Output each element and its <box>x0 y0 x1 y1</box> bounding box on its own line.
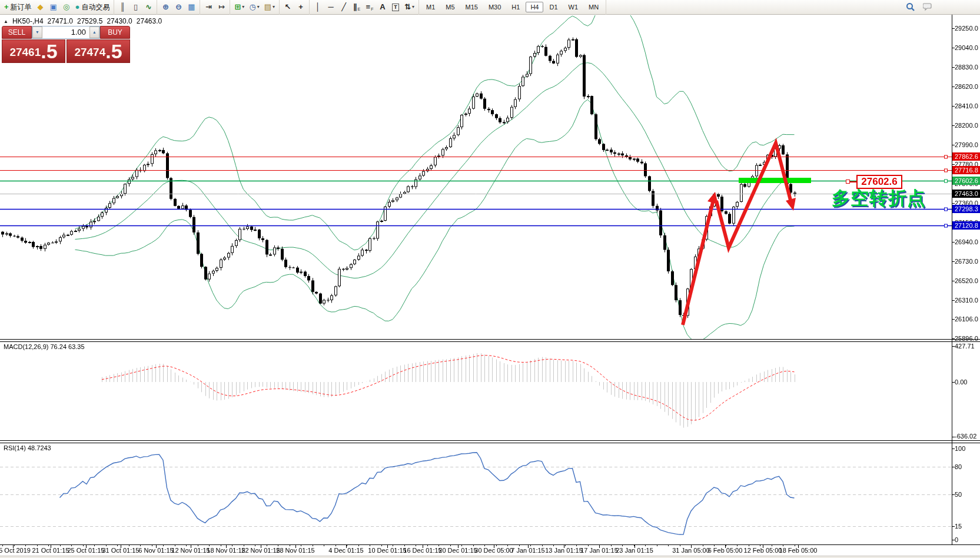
rsi-tick-label: 100 <box>955 445 965 452</box>
panel-collapse-icon[interactable]: ▲ <box>4 19 8 24</box>
auto-scroll-icon[interactable]: ⇥ <box>202 1 214 13</box>
ohlc-high: 27529.5 <box>77 17 102 25</box>
templates-icon[interactable]: ▤▾ <box>263 1 277 13</box>
price-callout-connector <box>850 181 856 182</box>
new-order-icon[interactable]: +新订单 <box>2 1 34 13</box>
date-tick-label: 31 Oct 01:15 <box>102 547 139 554</box>
support-line-label: 27298.3 <box>952 205 980 213</box>
timeframe-h4[interactable]: H4 <box>526 2 543 12</box>
price-tick-label: 26310.0 <box>955 297 978 304</box>
turning-zone-bar[interactable] <box>739 178 811 183</box>
buy-price-main: 27474 <box>74 44 105 61</box>
timeframe-mn[interactable]: MN <box>584 2 603 12</box>
toolbar-group: ⊕⊖▦ <box>157 0 200 15</box>
chevron-down-icon: ▾ <box>242 2 244 12</box>
candlestick-chart-icon[interactable]: ▯ <box>129 1 141 13</box>
buy-price-button[interactable]: 27474 .5 <box>67 39 130 63</box>
price-callout-handle[interactable] <box>846 180 850 184</box>
cursor-icon[interactable]: ↖ <box>282 1 294 13</box>
search-icon[interactable] <box>905 1 916 13</box>
panel-separator-macd[interactable] <box>0 339 980 342</box>
line-chart-icon[interactable]: ∿ <box>142 1 154 13</box>
fibonacci-icon[interactable]: ≡F <box>364 1 376 13</box>
sell-button[interactable]: SELL <box>2 26 32 39</box>
bar-chart-icon[interactable]: ║ <box>117 1 128 13</box>
ohlc-open: 27471.0 <box>48 17 73 25</box>
price-tick-label: 28410.0 <box>955 102 978 109</box>
trendline-icon[interactable]: ╱ <box>338 1 350 13</box>
timeframe-m1[interactable]: M1 <box>421 2 440 12</box>
charts-window-icon[interactable]: ▣ <box>48 1 59 13</box>
price-axis-line <box>952 15 952 544</box>
chevron-down-icon: ▾ <box>412 2 414 12</box>
date-tick-label: 25 Oct 01:15 <box>68 547 105 554</box>
chevron-down-icon: ▾ <box>273 2 275 12</box>
one-click-trade-panel: SELL ▼ 1.00 ▲ BUY 27461 .5 27474 .5 <box>2 26 130 63</box>
date-tick-label: 17 Jan 01:15 <box>580 547 618 554</box>
date-tick-label: 15 Oct 2019 <box>0 547 31 554</box>
panel-separator-rsi[interactable] <box>0 440 980 443</box>
horizontal-line-icon[interactable]: ─ <box>325 1 337 13</box>
timeframe-m15[interactable]: M15 <box>461 2 483 12</box>
market-icon[interactable]: ◆ <box>35 1 46 13</box>
terminal-window: +新订单◆▣◎●自动交易║▯∿⊕⊖▦⇥↦⊞▾◷▾▤▾↖+│─╱∥E≡FAT⇅▾ … <box>0 0 980 558</box>
signal-icon[interactable]: ◎ <box>61 1 72 13</box>
symbol-period-label: HK50-,H4 <box>12 17 44 25</box>
new-order-label: 新订单 <box>11 2 32 12</box>
zoom-in-icon[interactable]: ⊕ <box>160 1 171 13</box>
rsi-tick-label: 0 <box>955 536 958 543</box>
volume-increase-button[interactable]: ▲ <box>89 26 99 38</box>
autotrade-icon[interactable]: ●自动交易 <box>74 1 112 13</box>
chat-icon[interactable] <box>922 1 934 13</box>
macd-axis-bottom: -636.02 <box>955 433 976 440</box>
rsi-value: 48.7243 <box>28 444 51 451</box>
chart-shift-icon[interactable]: ↦ <box>215 1 227 13</box>
price-tick-label: 26106.0 <box>955 315 978 323</box>
date-tick-label: 4 Dec 01:15 <box>328 547 363 554</box>
vertical-line-icon[interactable]: │ <box>312 1 324 13</box>
toolbar-group: ⇥↦ <box>200 0 230 15</box>
buy-price-pip: .5 <box>105 41 122 61</box>
date-tick-label: 30 Dec 05:00 <box>474 547 513 554</box>
periods-icon[interactable]: ◷▾ <box>247 1 261 13</box>
date-tick-label: 31 Jan 05:00 <box>672 547 710 554</box>
price-tick-label: 26940.0 <box>955 238 978 245</box>
timeframe-bar: M1M5M15M30H1H4D1W1MN <box>419 0 606 15</box>
equidistant-channel-icon[interactable]: ∥E <box>351 1 363 13</box>
date-tick-label: 18 Feb 05:00 <box>779 547 818 554</box>
zoom-out-icon[interactable]: ⊖ <box>172 1 184 13</box>
timeframe-m30[interactable]: M30 <box>484 2 506 12</box>
date-tick-label: 20 Dec 01:15 <box>438 547 477 554</box>
volume-stepper: ▼ 1.00 ▲ <box>32 26 100 39</box>
volume-input[interactable]: 1.00 <box>42 26 89 38</box>
crosshair-icon[interactable]: + <box>295 1 307 13</box>
text-label-icon[interactable]: T <box>390 1 401 13</box>
macd-value-signal: 63.35 <box>68 343 85 350</box>
volume-decrease-button[interactable]: ▼ <box>32 26 42 38</box>
price-tick-label: 28830.0 <box>955 64 978 71</box>
price-chart-canvas[interactable] <box>0 0 980 558</box>
text-icon[interactable]: A <box>377 1 388 13</box>
toolbar-group: ↖+ <box>280 0 310 15</box>
date-tick-label: 6 Feb 05:00 <box>708 547 743 554</box>
price-tick-label: 26730.0 <box>955 258 978 265</box>
date-tick-label: 12 Nov 01:15 <box>171 547 210 554</box>
sell-price-button[interactable]: 27461 .5 <box>2 39 65 63</box>
indicators-icon[interactable]: ⊞▾ <box>232 1 246 13</box>
sell-price-pip: .5 <box>41 41 57 61</box>
timeframe-h1[interactable]: H1 <box>507 2 524 12</box>
tile-windows-icon[interactable]: ▦ <box>185 1 197 13</box>
macd-title: MACD(12,26,9) 76.24 63.35 <box>4 343 85 350</box>
turning-point-note[interactable]: 多空转折点 <box>832 186 926 211</box>
timeframe-w1[interactable]: W1 <box>564 2 583 12</box>
ohlc-low: 27430.0 <box>107 17 132 25</box>
timeframe-m5[interactable]: M5 <box>441 2 459 12</box>
arrows-icon[interactable]: ⇅▾ <box>403 1 416 13</box>
date-tick-label: 7 Jan 01:15 <box>511 547 545 554</box>
toolbar-groups: +新订单◆▣◎●自动交易║▯∿⊕⊖▦⇥↦⊞▾◷▾▤▾↖+│─╱∥E≡FAT⇅▾ <box>0 0 419 15</box>
buy-button[interactable]: BUY <box>100 26 130 39</box>
date-tick-label: 10 Dec 01:15 <box>368 547 406 554</box>
macd-value-main: 76.24 <box>50 343 67 350</box>
date-tick-label: 28 Nov 01:15 <box>276 547 314 554</box>
timeframe-d1[interactable]: D1 <box>544 2 562 12</box>
